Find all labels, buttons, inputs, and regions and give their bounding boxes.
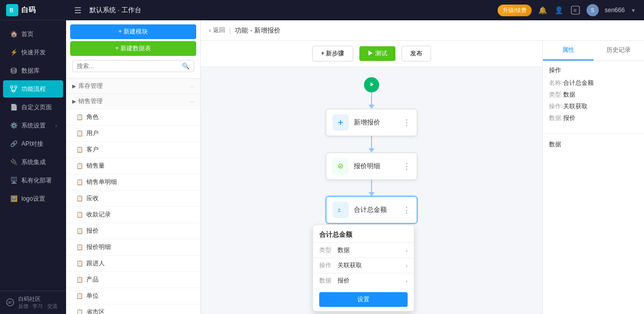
right-panel-tabs: 属性 历史记录 [543,41,644,61]
sidebar-item-system-integration[interactable]: 🔌 系统集成 [3,153,63,171]
list-item-unit[interactable]: 📋 单位 ⚙ ··· [66,288,200,304]
list-item-role[interactable]: 📋 角色 ⚙ ··· [66,109,200,125]
table-icon2: 📋 [76,130,83,137]
topbar-title: 默认系统 · 工作台 [89,6,141,15]
list-item-quote[interactable]: 📋 报价 ⚙ ··· [66,223,200,239]
sidebar-item-workflow[interactable]: 功能流程 [3,80,63,98]
publish-button[interactable]: 发布 [402,46,431,61]
start-icon [368,81,375,89]
flow-node-total[interactable]: Σ 合计总金额 ⋮ [326,196,417,224]
table-icon10: 📋 [76,260,83,267]
popup-card: 合计总金额 类型 数据 › 操作 关联获取 › [313,225,414,311]
svg-text:B: B [10,8,13,13]
system-settings-icon: ⚙️ [9,121,18,130]
right-panel-field-name: 名称: 合计总金额 [549,79,638,87]
back-button[interactable]: ‹ 返回 [209,26,225,35]
sidebar-bottom: 白码社区 反馈 · 学习 · 交流 [0,291,66,314]
search-icon: 🔍 [182,62,190,70]
community-link[interactable]: 白码社区 反馈 · 学习 · 交流 [6,295,60,310]
list-item-quote-detail[interactable]: 📋 报价明细 ⚙ ··· [66,239,200,256]
sidebar-item-logo-settings[interactable]: 🖼️ logo设置 [3,190,63,207]
group-sales-more-icon[interactable]: ··· [190,99,194,105]
table-icon8: 📋 [76,228,83,235]
group-arrow-icon: ▶ [72,83,76,89]
search-input[interactable] [77,62,182,70]
test-button[interactable]: ▶ 测试 [359,46,395,61]
left-sidebar: B 白码 🏠 首页 ⚡ 快速开发 数据库 功能流程 📄 自定义页面 [0,0,66,314]
new-module-button[interactable]: + 新建模块 [70,24,196,39]
list-item-follower[interactable]: 📋 跟进人 ⚙ ··· [66,256,200,272]
group-more-icon[interactable]: ··· [190,83,194,89]
svg-rect-3 [11,86,13,88]
table-icon6: 📋 [76,195,83,202]
sidebar-item-quick-dev[interactable]: ⚡ 快速开发 [3,44,63,61]
list-item-region[interactable]: 📋 省市区 ⚙ ··· [66,304,200,314]
bell-icon[interactable]: 🔔 [538,5,548,15]
popup-arrow-data: › [406,278,408,284]
list-item-product[interactable]: 📋 产品 ⚙ ··· [66,272,200,288]
svg-rect-4 [15,86,17,88]
main-area: ☰ 默认系统 · 工作台 升级/续费 🔔 👤 ≡ S sen666 ▼ + 新建… [66,0,644,314]
sidebar-item-database[interactable]: 数据库 [3,62,63,79]
vert-line-3 [371,180,372,192]
group-sales-header[interactable]: ▶ 销售管理 ··· [66,94,200,109]
table-icon: 📋 [76,114,83,121]
tab-history[interactable]: 历史记录 [594,41,645,60]
flow-node-quote-detail[interactable]: 报价明细 ⋮ [326,152,417,180]
node-more-button-2[interactable]: ⋮ [403,162,411,171]
list-item-customer[interactable]: 📋 客户 ⚙ ··· [66,142,200,158]
list-item-sales-detail[interactable]: 📋 销售单明细 ⚙ ··· [66,174,200,191]
sidebar-item-private-deploy[interactable]: 🖥️ 私有化部署 [3,172,63,189]
home-icon: 🏠 [9,29,18,39]
field-label-data: 数据: [549,114,563,122]
popup-settings-button[interactable]: 设置 [319,292,408,307]
field-value-operation: 关联获取 [563,102,588,111]
sidebar-item-api[interactable]: 🔗 API对接 [3,135,63,152]
new-step-button[interactable]: + 新步骤 [312,46,353,61]
table-icon12: 📋 [76,293,83,300]
svg-point-2 [11,68,16,70]
user-icon[interactable]: 👤 [554,5,564,15]
popup-row-operation[interactable]: 操作 关联获取 › [313,258,414,273]
back-arrow-icon: ‹ [209,27,211,34]
vert-line-2 [371,136,372,148]
logo-text: 白码 [21,6,36,15]
field-value-type: 数据 [563,90,575,99]
sidebar-item-home-label: 首页 [21,30,34,39]
sidebar-item-home[interactable]: 🏠 首页 [3,25,63,43]
hamburger-icon[interactable]: ☰ [74,6,81,15]
tab-properties[interactable]: 属性 [543,41,594,60]
flow-node-add-quote[interactable]: 新增报价 ⋮ [326,109,417,136]
database-icon [9,66,18,75]
sidebar-item-system-settings[interactable]: ⚙️ 系统设置 › [3,117,63,134]
sidebar-item-custom-page[interactable]: 📄 自定义页面 [3,99,63,116]
new-table-button[interactable]: + 新建数据表 [70,41,196,56]
arrow-down-3 [369,192,375,196]
table-icon13: 📋 [76,309,83,315]
topbar-left: ☰ 默认系统 · 工作台 [74,6,141,15]
node-more-button-3[interactable]: ⋮ [403,205,411,215]
popup-title: 合计总金额 [313,225,414,242]
topbar-right: 升级/续费 🔔 👤 ≡ S sen666 ▼ [498,4,636,16]
help-icon[interactable]: ≡ [570,5,580,15]
group-warehouse-header[interactable]: ▶ 库存管理 ··· [66,79,200,94]
right-panel-section: 操作 名称: 合计总金额 类型: 数据 操作: 关联获取 [543,61,644,131]
connector-2 [369,136,375,152]
username: sen666 [605,7,625,14]
node-more-button-1[interactable]: ⋮ [403,118,411,128]
popup-row-type[interactable]: 类型 数据 › [313,242,414,258]
table-icon4: 📋 [76,163,83,170]
list-item-user[interactable]: 📋 用户 ⚙ ··· [66,125,200,142]
upgrade-button[interactable]: 升级/续费 [498,5,532,16]
list-item-receivable[interactable]: 📋 应收 ⚙ ··· [66,191,200,207]
list-item-payment[interactable]: 📋 收款记录 ⚙ ··· [66,207,200,223]
search-box: 🔍 [72,60,194,72]
arrow-down-1 [369,105,375,109]
chevron-right-icon: › [55,123,57,129]
field-label-name: 名称: [549,79,563,87]
popup-row-data[interactable]: 数据 报价 › [313,273,414,288]
arrow-down-2 [369,148,375,152]
right-panel-field-type: 类型: 数据 [549,90,638,99]
list-item-sales[interactable]: 📋 销售量 ⚙ ··· [66,158,200,174]
breadcrumb-separator: | [229,26,231,34]
